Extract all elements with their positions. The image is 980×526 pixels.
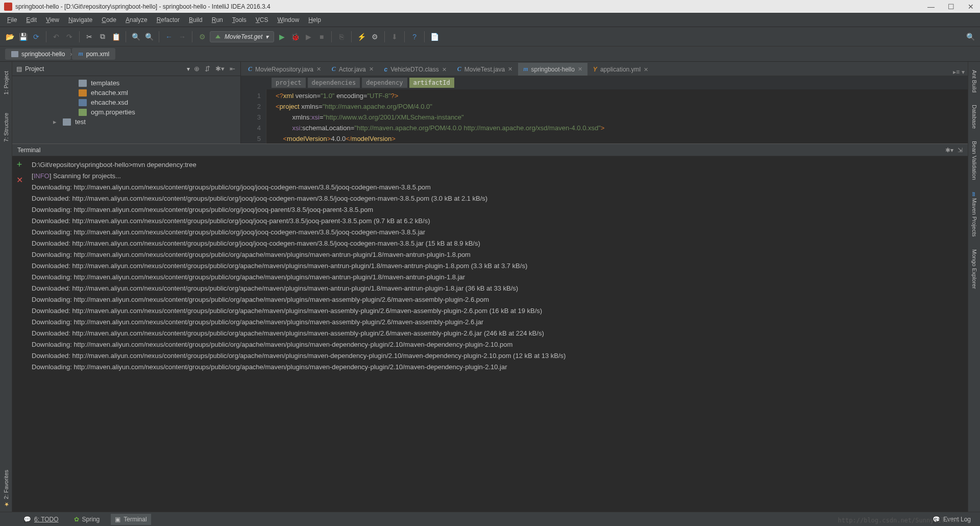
close-terminal-icon[interactable]: ✕ — [16, 175, 23, 185]
tree-item[interactable]: ehcache.xsd — [12, 98, 240, 107]
stop-icon[interactable]: ■ — [316, 31, 327, 42]
right-tool-ant[interactable]: Ant Build — [970, 67, 978, 95]
target-icon[interactable]: ⊕ — [193, 65, 201, 73]
editor-tab[interactable]: CActor.java✕ — [327, 63, 379, 76]
misc-icon[interactable]: 📄 — [429, 31, 440, 42]
sync-icon[interactable]: ⟳ — [31, 31, 42, 42]
menu-navigate[interactable]: Navigate — [64, 14, 96, 26]
menu-file[interactable]: File — [3, 14, 21, 26]
bottom-todo[interactable]: 💬6: TODO — [19, 514, 63, 525]
menu-bar: FileEditViewNavigateCodeAnalyzeRefactorB… — [0, 13, 980, 27]
paste-icon[interactable]: 📋 — [110, 31, 121, 42]
copy-icon[interactable]: ⧉ — [97, 31, 108, 42]
save-icon[interactable]: 💾 — [17, 31, 29, 42]
left-tool-favorites[interactable]: ★ 2: Favorites — [2, 466, 10, 512]
menu-tools[interactable]: Tools — [228, 14, 251, 26]
separator — [424, 31, 425, 42]
menu-view[interactable]: View — [42, 14, 63, 26]
bottom-spring[interactable]: ✿Spring — [70, 514, 104, 525]
forward-icon[interactable]: → — [177, 31, 188, 42]
maven-icon: m — [78, 50, 83, 58]
right-tool-bean[interactable]: Bean Validation — [970, 138, 978, 183]
collapse-icon[interactable]: ⇵ — [204, 65, 211, 73]
terminal-output[interactable]: D:\Git\repository\springboot-hello>mvn d… — [27, 156, 968, 512]
code-editor[interactable]: 12345 <?xml version="1.0" encoding="UTF-… — [241, 89, 968, 144]
open-icon[interactable]: 📂 — [4, 31, 15, 42]
editor-tab[interactable]: CMovieTest.java✕ — [452, 63, 518, 76]
menu-help[interactable]: Help — [304, 14, 325, 26]
run-icon[interactable]: ▶ — [276, 31, 287, 42]
close-tab-icon[interactable]: ✕ — [644, 66, 648, 73]
code-lines[interactable]: <?xml version="1.0" encoding="UTF-8"?> <… — [266, 89, 968, 144]
back-icon[interactable]: ← — [163, 31, 175, 42]
help-icon[interactable]: ? — [409, 31, 420, 42]
right-tool-mongo[interactable]: Mongo Explorer — [970, 246, 978, 292]
right-tool-maven[interactable]: m Maven Projects — [970, 189, 978, 240]
app-icon — [4, 3, 12, 11]
left-tool-project[interactable]: 1: Project — [2, 67, 10, 99]
close-button[interactable]: ✕ — [966, 3, 976, 11]
terminal-panel: Terminal ✱▾ ⇲ + ✕ D:\Git\repository\spri… — [12, 144, 968, 512]
hide-icon[interactable]: ⇲ — [958, 147, 963, 154]
editor-crumb[interactable]: artifactId — [409, 78, 454, 88]
run-config-selector[interactable]: MovieTest.get ▾ — [210, 31, 274, 42]
debug-icon[interactable]: 🐞 — [289, 31, 301, 42]
gear-icon[interactable]: ✱▾ — [945, 147, 953, 154]
search-everywhere-icon[interactable]: 🔍 — [965, 31, 976, 42]
menu-edit[interactable]: Edit — [22, 14, 41, 26]
menu-vcs[interactable]: VCS — [252, 14, 273, 26]
menu-build[interactable]: Build — [185, 14, 207, 26]
terminal-header[interactable]: Terminal ✱▾ ⇲ — [12, 144, 968, 156]
action-icon[interactable]: ⬇ — [389, 31, 400, 42]
file-icon — [79, 80, 87, 87]
left-tool-structure[interactable]: 7: Structure — [2, 109, 10, 146]
project-tree[interactable]: templatesehcache.xmlehcache.xsdogm.prope… — [12, 76, 240, 144]
undo-icon[interactable]: ↶ — [51, 31, 62, 42]
close-tab-icon[interactable]: ✕ — [508, 66, 512, 73]
replace-icon[interactable]: 🔍 — [143, 31, 155, 42]
editor-crumb[interactable]: project — [272, 78, 306, 88]
minimize-button[interactable]: — — [925, 3, 937, 11]
left-tool-strip: 1: Project 7: Structure ★ 2: Favorites — [0, 62, 12, 512]
menu-analyze[interactable]: Analyze — [121, 14, 152, 26]
menu-code[interactable]: Code — [97, 14, 120, 26]
bottom-terminal[interactable]: ▣Terminal — [111, 514, 151, 525]
editor-tab[interactable]: CMovieRepository.java✕ — [243, 63, 327, 76]
breadcrumb-file[interactable]: m pom.xml — [72, 48, 115, 60]
editor-tab[interactable]: mspringboot-hello✕ — [518, 63, 588, 76]
tree-item[interactable]: ehcache.xml — [12, 88, 240, 98]
file-type-icon: C — [457, 65, 461, 73]
find-icon[interactable]: 🔍 — [130, 31, 141, 42]
vcs-icon[interactable]: ⎘ — [336, 31, 347, 42]
cut-icon[interactable]: ✂ — [84, 31, 95, 42]
settings-icon[interactable]: ⚙ — [369, 31, 380, 42]
structure-icon[interactable]: ⚡ — [356, 31, 367, 42]
file-icon — [79, 89, 87, 97]
close-tab-icon[interactable]: ✕ — [578, 66, 582, 73]
breadcrumb-project[interactable]: springboot-hello — [5, 49, 71, 60]
editor-crumb[interactable]: dependency — [362, 78, 407, 88]
tree-item[interactable]: ogm.properties — [12, 107, 240, 117]
close-tab-icon[interactable]: ✕ — [442, 66, 447, 73]
dropdown-icon[interactable]: ▾ — [187, 65, 190, 73]
gear-icon[interactable]: ✱▾ — [214, 65, 226, 73]
tabs-menu-icon[interactable]: ▸≡ — [953, 68, 960, 76]
editor-tab[interactable]: cVehicleDTO.class✕ — [379, 63, 452, 76]
menu-window[interactable]: Window — [273, 14, 303, 26]
tree-item[interactable]: templates — [12, 78, 240, 88]
redo-icon[interactable]: ↷ — [64, 31, 75, 42]
tabs-list-icon[interactable]: ▾ — [962, 68, 965, 76]
editor-crumb[interactable]: dependencies — [308, 78, 360, 88]
add-terminal-icon[interactable]: + — [17, 159, 22, 170]
close-tab-icon[interactable]: ✕ — [316, 66, 321, 73]
menu-refactor[interactable]: Refactor — [153, 14, 184, 26]
menu-run[interactable]: Run — [208, 14, 227, 26]
build-icon[interactable]: ⚙ — [197, 31, 208, 42]
tree-item[interactable]: ▸test — [12, 117, 240, 127]
hide-icon[interactable]: ⇤ — [229, 65, 236, 73]
close-tab-icon[interactable]: ✕ — [369, 66, 374, 73]
right-tool-database[interactable]: Database — [970, 102, 978, 132]
editor-tab[interactable]: Yapplication.yml✕ — [588, 63, 654, 76]
coverage-icon[interactable]: ▶ — [303, 31, 314, 42]
maximize-button[interactable]: ☐ — [946, 3, 957, 11]
